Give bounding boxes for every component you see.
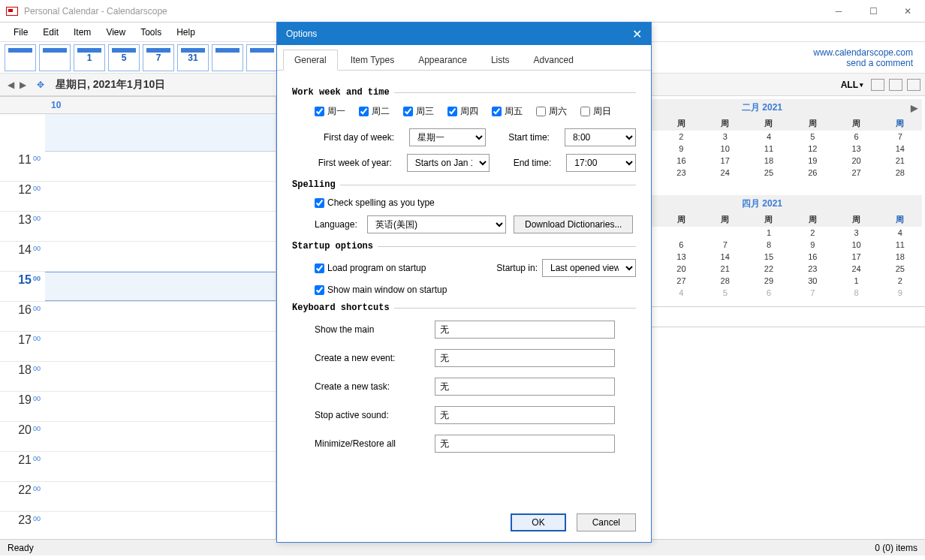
mini-day[interactable] [834,179,878,190]
mini-day[interactable]: 22 [747,263,791,275]
mini-day[interactable]: 24 [834,263,878,275]
time-row[interactable]: 1400 [0,242,276,272]
input-kb-minimize[interactable] [435,435,615,453]
gear-icon[interactable] [871,79,884,91]
time-slot[interactable] [45,182,276,211]
mini-day[interactable]: 3 [704,131,747,143]
select-first-week[interactable]: Starts on Jan 1 [407,154,490,172]
select-end-time[interactable]: 17:00 [566,154,636,172]
tool-new[interactable] [5,44,36,71]
select-first-day[interactable]: 星期一 [409,128,486,146]
mini-day[interactable]: 12 [791,143,834,155]
mini-day[interactable]: 1 [834,275,878,287]
chk-thu[interactable]: 周四 [447,105,478,118]
input-kb-show-main[interactable] [435,321,615,339]
mini-day[interactable]: 14 [878,143,922,155]
time-row[interactable]: 1100 [0,152,276,182]
time-row[interactable]: 1900 [0,392,276,422]
mini-day[interactable]: 9 [791,239,834,251]
time-row[interactable]: 2200 [0,482,276,512]
time-slot[interactable] [45,362,276,391]
mini-day[interactable]: 4 [659,287,703,299]
mini-day[interactable]: 9 [659,143,703,155]
mini-day[interactable] [791,179,834,190]
time-slot[interactable] [45,302,276,331]
mini-day[interactable]: 25 [878,263,922,275]
mini-day[interactable]: 11 [747,143,791,155]
time-row[interactable]: 1700 [0,332,276,362]
mini-day[interactable]: 3 [834,227,878,239]
mini-day[interactable]: 2 [659,131,703,143]
select-start-time[interactable]: 8:00 [565,128,636,146]
mini-day[interactable]: 5 [791,131,834,143]
mini-day[interactable]: 28 [704,275,747,287]
mini-day[interactable] [747,179,791,190]
maximize-button[interactable]: ☐ [856,0,890,23]
tab-appearance[interactable]: Appearance [407,50,478,70]
time-row[interactable]: 1600 [0,302,276,332]
mini-day[interactable]: 28 [878,167,922,179]
mini-day[interactable]: 20 [834,155,878,167]
chk-fri[interactable]: 周五 [492,105,523,118]
day-header[interactable]: 10 [45,96,276,114]
mini-day[interactable]: 17 [704,155,747,167]
mini-day[interactable]: 17 [834,251,878,263]
mini-day[interactable]: 7 [791,287,834,299]
tool-today[interactable] [39,44,71,71]
mini-day[interactable]: 20 [659,263,703,275]
allday-slot[interactable] [45,114,276,152]
mini-day[interactable]: 2 [791,227,834,239]
mini-day[interactable] [659,227,703,239]
mini-day[interactable]: 5 [704,287,747,299]
mini-day[interactable]: 24 [704,167,747,179]
minimize-button[interactable]: ─ [821,0,856,23]
select-startup-in[interactable]: Last opened view [542,259,636,277]
menu-file[interactable]: File [8,24,34,41]
chk-spellcheck[interactable]: Check spelling as you type [315,197,435,208]
tool-day5[interactable]: 5 [108,44,140,71]
download-dict-button[interactable]: Download Dictionaries... [514,215,633,233]
chk-tue[interactable]: 周二 [359,105,390,118]
mini-day[interactable]: 6 [747,287,791,299]
next-month-icon[interactable]: ▶ [911,103,917,113]
time-row[interactable]: 2000 [0,422,276,452]
mini-day[interactable]: 19 [791,155,834,167]
mini-day[interactable]: 6 [834,131,878,143]
time-row[interactable]: 2100 [0,452,276,482]
mini-day[interactable]: 13 [834,143,878,155]
chk-wed[interactable]: 周三 [403,105,434,118]
time-slot[interactable] [45,212,276,241]
tool-day7[interactable]: 7 [143,44,174,71]
mini-day[interactable]: 23 [659,167,703,179]
mini-day[interactable]: 8 [834,287,878,299]
mini-day[interactable]: 2 [878,275,922,287]
time-slot[interactable] [45,332,276,361]
tool-day1[interactable]: 1 [74,44,105,71]
mini-day[interactable] [704,179,747,190]
menu-view[interactable]: View [100,24,131,41]
cancel-button[interactable]: Cancel [577,513,636,531]
menu-edit[interactable]: Edit [37,24,65,41]
time-slot[interactable] [45,422,276,451]
mini-day[interactable]: 23 [791,263,834,275]
time-slot[interactable] [45,452,276,481]
mini-day[interactable]: 10 [704,143,747,155]
chk-show-main[interactable]: Show main window on startup [315,285,447,295]
mini-day[interactable] [659,179,703,190]
mini-day[interactable]: 10 [834,239,878,251]
mini-day[interactable] [704,227,747,239]
chk-sun[interactable]: 周日 [580,105,611,118]
tab-general[interactable]: General [283,50,338,71]
chk-load-startup[interactable]: Load program on startup [315,263,426,273]
mini-day[interactable]: 21 [878,155,922,167]
mini-day[interactable]: 4 [747,131,791,143]
mini-day[interactable]: 29 [747,275,791,287]
time-row[interactable]: 1800 [0,362,276,392]
time-row[interactable]: 1500 [0,272,276,302]
mini-day[interactable]: 16 [791,251,834,263]
time-slot[interactable] [45,512,276,539]
mini-day[interactable]: 14 [704,251,747,263]
mini-day[interactable]: 4 [878,227,922,239]
chk-mon[interactable]: 周一 [315,105,345,118]
mini-day[interactable] [878,179,922,190]
